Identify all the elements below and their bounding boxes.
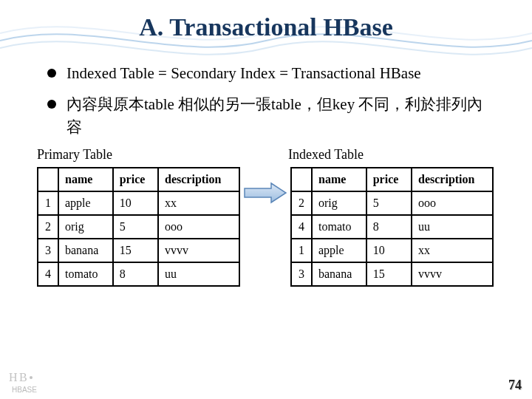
cell-desc: xx — [412, 239, 493, 262]
table-row: 3 banana 15 vvvv — [38, 239, 239, 262]
cell-price: 5 — [366, 191, 412, 215]
cell-price: 15 — [113, 239, 158, 262]
table-row: 1 apple 10 xx — [291, 239, 493, 262]
slide-title: A. Transactional HBase — [0, 0, 532, 41]
cell-name: banana — [58, 239, 113, 262]
cell-name: banana — [312, 262, 366, 286]
cell-rownum: 1 — [38, 191, 58, 215]
table-header-blank — [38, 168, 58, 191]
cell-name: orig — [312, 191, 366, 215]
cell-name: apple — [58, 191, 113, 215]
table-header-description: description — [158, 168, 239, 191]
cell-desc: vvvv — [412, 262, 493, 286]
cell-rownum: 2 — [38, 215, 58, 239]
table-header-row: name price description — [291, 168, 493, 191]
cell-rownum: 4 — [291, 215, 312, 239]
table-header-price: price — [366, 168, 412, 191]
svg-text:B: B — [19, 371, 27, 383]
cell-rownum: 3 — [38, 239, 58, 262]
cell-rownum: 1 — [291, 239, 312, 262]
table-row: 3 banana 15 vvvv — [291, 262, 493, 286]
cell-desc: uu — [158, 262, 239, 286]
cell-rownum: 2 — [291, 191, 312, 215]
cell-rownum: 4 — [38, 262, 58, 286]
table-header-row: name price description — [38, 168, 239, 191]
table-row: 4 tomato 8 uu — [38, 262, 239, 286]
cell-price: 10 — [366, 239, 412, 262]
arrow-icon — [243, 182, 287, 204]
cell-name: tomato — [312, 215, 366, 239]
bullet-item: 內容與原本table 相似的另一張table，但key 不同，利於排列內容 — [44, 93, 488, 138]
bullet-item: Indexed Table = Secondary Index = Transa… — [44, 62, 488, 84]
cell-rownum: 3 — [291, 262, 312, 286]
hbase-logo: H B HBASE — [9, 371, 40, 393]
svg-marker-0 — [245, 183, 286, 202]
cell-name: orig — [58, 215, 113, 239]
table-row: 1 apple 10 xx — [38, 191, 239, 215]
table-row: 4 tomato 8 uu — [291, 215, 493, 239]
cell-price: 15 — [366, 262, 412, 286]
table-row: 2 orig 5 ooo — [291, 191, 493, 215]
cell-desc: ooo — [412, 191, 493, 215]
bullet-list: Indexed Table = Secondary Index = Transa… — [44, 62, 488, 138]
cell-desc: vvvv — [158, 239, 239, 262]
table-header-name: name — [58, 168, 113, 191]
logo-text: HBASE — [9, 386, 40, 394]
cell-name: tomato — [58, 262, 113, 286]
cell-desc: ooo — [158, 215, 239, 239]
indexed-table: name price description 2 orig 5 ooo 4 to… — [290, 167, 494, 287]
page-number: 74 — [508, 378, 522, 393]
cell-price: 8 — [113, 262, 158, 286]
table-header-blank — [291, 168, 312, 191]
indexed-table-label: Indexed Table — [288, 147, 495, 163]
cell-name: apple — [312, 239, 366, 262]
table-header-price: price — [113, 168, 158, 191]
table-header-description: description — [412, 168, 493, 191]
primary-table: name price description 1 apple 10 xx 2 o… — [37, 167, 240, 287]
cell-price: 10 — [113, 191, 158, 215]
table-row: 2 orig 5 ooo — [38, 215, 239, 239]
svg-point-3 — [30, 376, 33, 379]
cell-desc: uu — [412, 215, 493, 239]
cell-desc: xx — [158, 191, 239, 215]
table-header-name: name — [312, 168, 366, 191]
svg-text:H: H — [9, 371, 18, 383]
cell-price: 5 — [113, 215, 158, 239]
cell-price: 8 — [366, 215, 412, 239]
primary-table-label: Primary Table — [37, 147, 244, 163]
